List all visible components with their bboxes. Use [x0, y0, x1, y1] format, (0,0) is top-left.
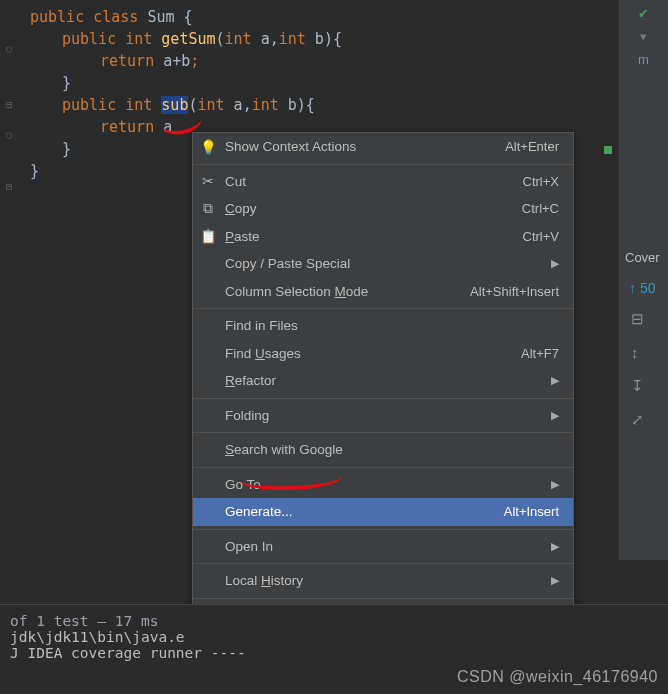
menu-refactor[interactable]: Refactor ▶ [193, 367, 573, 395]
menu-separator [193, 398, 573, 399]
submenu-arrow-icon: ▶ [551, 409, 559, 422]
menu-label: Open In [225, 539, 543, 554]
bulb-icon: 💡 [199, 139, 217, 155]
menu-separator [193, 563, 573, 564]
menu-local-history[interactable]: Local History ▶ [193, 567, 573, 595]
menu-separator [193, 529, 573, 530]
shortcut-label: Alt+Enter [505, 139, 559, 154]
menu-label: Cut [225, 174, 515, 189]
menu-paste[interactable]: 📋 Paste Ctrl+V [193, 223, 573, 251]
coverage-label: Cover [625, 250, 660, 265]
menu-label: Search with Google [225, 442, 559, 457]
shortcut-label: Ctrl+C [522, 201, 559, 216]
menu-open-in[interactable]: Open In ▶ [193, 533, 573, 561]
console-line: J IDEA coverage runner ---- [10, 645, 658, 661]
override-gutter-icon: ○ [6, 124, 12, 146]
fold-gutter-icon: ⊟ [6, 94, 12, 116]
menu-separator [193, 308, 573, 309]
menu-label: Copy [225, 201, 514, 216]
menu-search-google[interactable]: Search with Google [193, 436, 573, 464]
submenu-arrow-icon: ▶ [551, 478, 559, 491]
shortcut-label: Ctrl+X [523, 174, 559, 189]
tool-icon-2[interactable]: ↕ [631, 344, 644, 361]
menu-copy-paste-special[interactable]: Copy / Paste Special ▶ [193, 250, 573, 278]
shortcut-label: Alt+Shift+Insert [470, 284, 559, 299]
collapse-icon[interactable]: ▾ [640, 29, 647, 44]
menu-generate[interactable]: Generate... Alt+Insert [193, 498, 573, 526]
menu-go-to[interactable]: Go To ▶ [193, 471, 573, 499]
menu-label: Copy / Paste Special [225, 256, 543, 271]
menu-label: Local History [225, 573, 543, 588]
submenu-arrow-icon: ▶ [551, 374, 559, 387]
menu-label: Refactor [225, 373, 543, 388]
copy-icon: ⧉ [199, 201, 217, 217]
menu-label: Find in Files [225, 318, 559, 333]
console-line: jdk\jdk11\bin\java.e [10, 629, 658, 645]
vcs-change-marker [604, 146, 612, 154]
submenu-arrow-icon: ▶ [551, 574, 559, 587]
menu-label: Paste [225, 229, 515, 244]
paste-icon: 📋 [199, 228, 217, 244]
menu-separator [193, 432, 573, 433]
menu-label: Go To [225, 477, 543, 492]
coverage-percent: ↑ 50 [629, 280, 655, 296]
watermark: CSDN @weixin_46176940 [457, 668, 658, 686]
test-summary: of 1 test – 17 ms [10, 613, 658, 629]
menu-find-usages[interactable]: Find Usages Alt+F7 [193, 340, 573, 368]
menu-copy[interactable]: ⧉ Copy Ctrl+C [193, 195, 573, 223]
tool-icon-1[interactable]: ⊟ [631, 310, 644, 328]
tool-icon-4[interactable]: ⤢ [631, 411, 644, 429]
menu-label: Show Context Actions [225, 139, 497, 154]
right-tool-panel: ✔ ▾ m Cover ↑ 50 ⊟ ↕ ↧ ⤢ [618, 0, 668, 560]
menu-show-context-actions[interactable]: 💡 Show Context Actions Alt+Enter [193, 133, 573, 161]
module-icon[interactable]: m [638, 52, 649, 67]
menu-find-in-files[interactable]: Find in Files [193, 312, 573, 340]
override-gutter-icon: ○ [6, 38, 12, 60]
menu-label: Folding [225, 408, 543, 423]
fold-gutter-icon: ⊟ [6, 176, 12, 198]
submenu-arrow-icon: ▶ [551, 257, 559, 270]
shortcut-label: Alt+Insert [504, 504, 559, 519]
menu-label: Column Selection Mode [225, 284, 462, 299]
scissors-icon: ✂ [199, 173, 217, 189]
menu-label: Find Usages [225, 346, 513, 361]
menu-column-selection[interactable]: Column Selection Mode Alt+Shift+Insert [193, 278, 573, 306]
menu-label: Generate... [225, 504, 496, 519]
menu-folding[interactable]: Folding ▶ [193, 402, 573, 430]
submenu-arrow-icon: ▶ [551, 540, 559, 553]
menu-cut[interactable]: ✂ Cut Ctrl+X [193, 168, 573, 196]
menu-separator [193, 164, 573, 165]
menu-separator [193, 598, 573, 599]
check-icon: ✔ [638, 6, 649, 21]
shortcut-label: Ctrl+V [523, 229, 559, 244]
tool-icon-3[interactable]: ↧ [631, 377, 644, 395]
menu-separator [193, 467, 573, 468]
shortcut-label: Alt+F7 [521, 346, 559, 361]
